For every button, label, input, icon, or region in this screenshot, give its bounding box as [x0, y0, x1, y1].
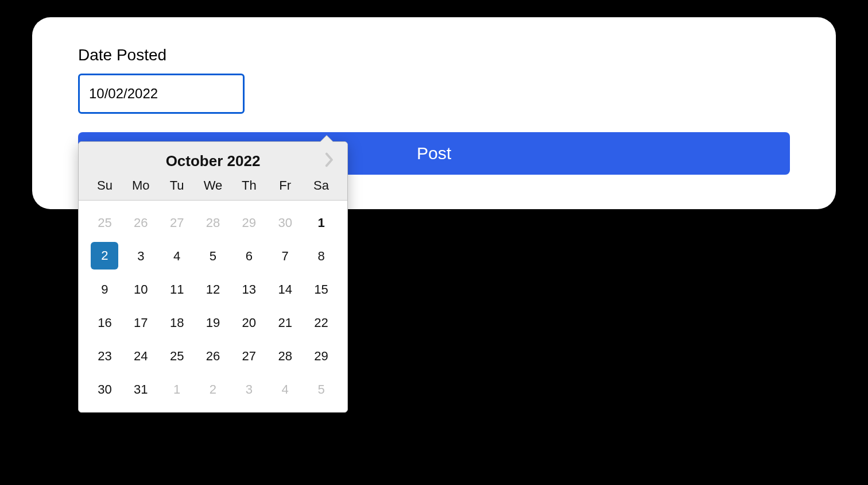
- calendar-day[interactable]: 17: [123, 309, 159, 337]
- calendar-day[interactable]: 1: [303, 209, 339, 237]
- calendar-weekday-row: Su Mo Tu We Th Fr Sa: [79, 175, 347, 201]
- weekday-we: We: [195, 178, 231, 193]
- calendar-day[interactable]: 12: [195, 275, 231, 304]
- chevron-right-icon: [324, 152, 335, 167]
- calendar-day[interactable]: 16: [87, 309, 123, 337]
- calendar-header: October 2022: [79, 142, 347, 175]
- calendar-day[interactable]: 29: [231, 209, 267, 237]
- calendar-day[interactable]: 27: [159, 209, 195, 237]
- calendar-day[interactable]: 24: [123, 342, 159, 371]
- weekday-tu: Tu: [159, 178, 195, 193]
- calendar-day[interactable]: 2: [195, 375, 231, 404]
- date-posted-input[interactable]: [78, 74, 245, 114]
- calendar-day[interactable]: 18: [159, 309, 195, 337]
- calendar-day[interactable]: 1: [159, 375, 195, 404]
- calendar-day[interactable]: 6: [231, 242, 267, 271]
- calendar-day[interactable]: 30: [87, 375, 123, 404]
- calendar-day[interactable]: 3: [231, 375, 267, 404]
- calendar-day[interactable]: 19: [195, 309, 231, 337]
- weekday-su: Su: [87, 178, 123, 193]
- calendar-day[interactable]: 30: [267, 209, 303, 237]
- calendar-day[interactable]: 3: [123, 242, 159, 271]
- calendar-day[interactable]: 31: [123, 375, 159, 404]
- date-picker-popover: October 2022 Su Mo Tu We Th Fr Sa 252627…: [78, 141, 348, 413]
- calendar-next-button[interactable]: [320, 150, 339, 170]
- calendar-day[interactable]: 4: [267, 375, 303, 404]
- calendar-day[interactable]: 21: [267, 309, 303, 337]
- calendar-day[interactable]: 4: [159, 242, 195, 271]
- calendar-day[interactable]: 9: [87, 275, 123, 304]
- weekday-mo: Mo: [123, 178, 159, 193]
- form-card: Date Posted Post October 2022 Su Mo Tu W…: [32, 17, 836, 209]
- calendar-day[interactable]: 26: [195, 342, 231, 371]
- calendar-day[interactable]: 28: [267, 342, 303, 371]
- calendar-day[interactable]: 13: [231, 275, 267, 304]
- weekday-fr: Fr: [267, 178, 303, 193]
- calendar-day[interactable]: 10: [123, 275, 159, 304]
- calendar-day[interactable]: 7: [267, 242, 303, 271]
- weekday-sa: Sa: [303, 178, 339, 193]
- calendar-day-grid: 2526272829301234567891011121314151617181…: [79, 201, 347, 412]
- calendar-day[interactable]: 25: [159, 342, 195, 371]
- calendar-day[interactable]: 5: [303, 375, 339, 404]
- calendar-day[interactable]: 27: [231, 342, 267, 371]
- calendar-day[interactable]: 28: [195, 209, 231, 237]
- calendar-day[interactable]: 26: [123, 209, 159, 237]
- calendar-day[interactable]: 15: [303, 275, 339, 304]
- calendar-day[interactable]: 25: [87, 209, 123, 237]
- calendar-day[interactable]: 29: [303, 342, 339, 371]
- calendar-day[interactable]: 5: [195, 242, 231, 271]
- calendar-month-title[interactable]: October 2022: [166, 152, 261, 170]
- calendar-day[interactable]: 23: [87, 342, 123, 371]
- calendar-day[interactable]: 14: [267, 275, 303, 304]
- calendar-day[interactable]: 22: [303, 309, 339, 337]
- calendar-day[interactable]: 2: [91, 242, 118, 270]
- calendar-day[interactable]: 11: [159, 275, 195, 304]
- weekday-th: Th: [231, 178, 267, 193]
- calendar-day[interactable]: 20: [231, 309, 267, 337]
- date-posted-label: Date Posted: [78, 46, 790, 64]
- calendar-day[interactable]: 8: [303, 242, 339, 271]
